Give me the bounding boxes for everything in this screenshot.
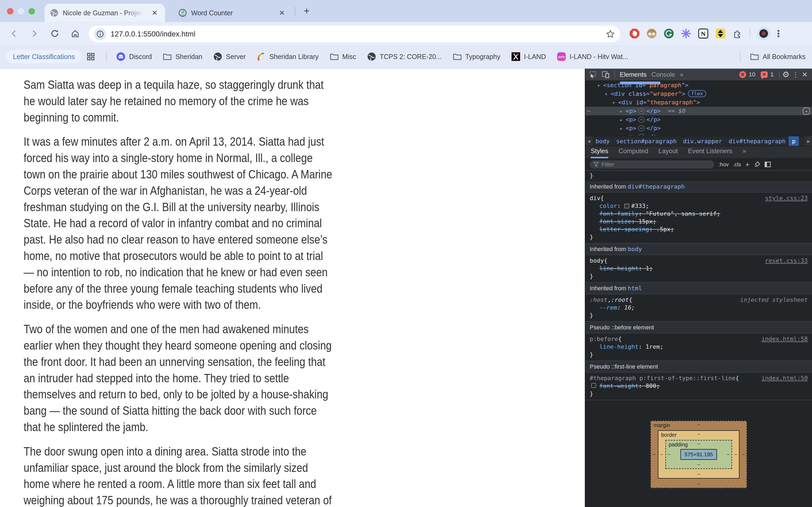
issue-count[interactable]: 1: [770, 71, 774, 78]
bookmark-star-icon[interactable]: [606, 30, 615, 39]
ai-assist-icon[interactable]: ✦: [803, 108, 810, 115]
rule-selector-line[interactable]: #theparagraph p:first-of-type::first-lin…: [590, 374, 808, 382]
devtools-menu-icon[interactable]: ⋮: [792, 71, 799, 78]
source-link[interactable]: index.html:50: [758, 374, 808, 382]
sidebar-tab-styles[interactable]: Styles: [591, 147, 608, 158]
breadcrumb-body[interactable]: body: [592, 138, 613, 145]
expand-arrow-closed[interactable]: ▸: [620, 116, 626, 124]
device-toolbar-icon[interactable]: [602, 70, 610, 78]
css-declaration[interactable]: line-height: 1rem;: [590, 343, 808, 351]
css-rule[interactable]: p:before {index.html:58line-height: 1rem…: [586, 333, 812, 361]
error-badge-icon[interactable]: ✕: [739, 71, 746, 78]
tab-close-icon[interactable]: ✕: [277, 8, 287, 18]
expand-arrow-closed[interactable]: ▸: [620, 124, 626, 133]
tab-close-icon[interactable]: ✕: [150, 8, 159, 18]
breadcrumb-p[interactable]: p: [789, 136, 799, 146]
rule-selector-line[interactable]: p:before {index.html:58: [590, 335, 808, 343]
new-style-rule-button[interactable]: +: [746, 160, 750, 169]
dom-tree-row[interactable]: ▸<p>⋯</p>: [586, 124, 812, 132]
bookmark-misc[interactable]: Misc: [330, 53, 356, 61]
dock-panel-icon[interactable]: [764, 161, 771, 168]
css-declaration[interactable]: font-family: "Futura", sans-serif;: [590, 210, 808, 218]
bookmark-letter-classifications[interactable]: Letter Classifications: [6, 50, 81, 63]
window-zoom-button[interactable]: [29, 8, 35, 14]
issues-icon[interactable]: ✕: [761, 71, 768, 78]
color-swatch[interactable]: [624, 204, 629, 209]
bookmark-sheridan-library[interactable]: Sheridan Library: [257, 52, 318, 61]
rule-selector-line[interactable]: :host, :root {injected stylesheet: [590, 296, 808, 304]
css-rule[interactable]: div {style.css:23color: #333;font-family…: [586, 192, 812, 243]
sidebar-tab-layout[interactable]: Layout: [658, 147, 678, 158]
expand-arrow-closed[interactable]: ▸: [620, 107, 626, 116]
avatar-glasses-icon[interactable]: [647, 29, 657, 39]
site-info-icon[interactable]: [94, 28, 106, 40]
bookmark-sheridan[interactable]: Sheridan: [163, 53, 202, 61]
toggle-cls[interactable]: .cls: [733, 162, 741, 168]
sidebar-tab-event-listeners[interactable]: Event Listeners: [688, 147, 732, 158]
window-minimize-button[interactable]: [18, 8, 24, 14]
chrome-menu-icon[interactable]: •••: [777, 30, 780, 38]
dom-tree-row[interactable]: ▾<div id="theparagraph">: [586, 98, 812, 107]
bookmark-tcps[interactable]: TCPS 2: CORE-20...: [367, 52, 442, 61]
source-link[interactable]: injected stylesheet: [737, 296, 808, 304]
extensions-puzzle-icon[interactable]: [732, 29, 743, 39]
css-rule[interactable]: #theparagraph p:first-of-type::first-lin…: [586, 373, 812, 400]
flex-badge[interactable]: flex: [688, 90, 706, 97]
asterisk-icon[interactable]: [681, 29, 691, 39]
box-model-border[interactable]: border − − − − padding − − − − 575×91.19…: [658, 430, 740, 478]
dom-tree-row[interactable]: ▸<p>⋯</p>: [586, 115, 812, 124]
breadcrumb-div-theparagraph[interactable]: div#theparagraph: [725, 138, 789, 145]
css-declaration[interactable]: color: #333;: [590, 202, 808, 210]
rule-selector-line[interactable]: div {style.css:23: [590, 194, 808, 202]
source-link[interactable]: reset.css:33: [762, 257, 808, 265]
css-declaration[interactable]: line-height: 1;: [590, 265, 808, 272]
new-tab-button[interactable]: +: [300, 4, 314, 18]
bookmark-iland[interactable]: I-LAND: [512, 52, 546, 61]
box-model-padding[interactable]: padding − − − − 575×91.195: [665, 440, 732, 469]
tab-active[interactable]: Nicole de Guzman - Project 1: ✕: [45, 4, 165, 22]
bookmark-hitv[interactable]: HiTVI-LAND - Hitv Wat...: [557, 52, 628, 61]
tab-word-counter[interactable]: Word Counter ✕: [173, 4, 292, 22]
back-icon[interactable]: [6, 26, 21, 41]
breadcrumb-section-paragraph[interactable]: section#paragraph: [613, 138, 680, 145]
inspect-element-icon[interactable]: [589, 70, 597, 78]
forward-icon[interactable]: [27, 26, 42, 41]
breadcrumb-div-wrapper[interactable]: div.wrapper: [680, 138, 725, 145]
window-close-button[interactable]: [7, 8, 13, 14]
expand-arrow-open[interactable]: ▾: [597, 81, 603, 90]
error-count[interactable]: 10: [749, 71, 755, 78]
expand-arrow-closed[interactable]: ▸: [620, 133, 626, 136]
css-declaration[interactable]: font-size: 15px;: [590, 218, 808, 225]
breadcrumb-right-arrow[interactable]: ▶: [805, 136, 812, 146]
profile-avatar[interactable]: [757, 27, 770, 40]
devtools-close-icon[interactable]: ✕: [802, 71, 808, 78]
more-panels-icon[interactable]: »: [680, 71, 683, 78]
source-link[interactable]: index.html:58: [758, 335, 808, 343]
reload-icon[interactable]: [47, 26, 62, 41]
css-declaration[interactable]: font-weight: 800;: [590, 382, 808, 390]
css-declaration[interactable]: letter-spacing: .5px;: [590, 225, 808, 233]
adblock-icon[interactable]: [629, 29, 640, 39]
dom-tree-row[interactable]: ▸<p>⋯</p>: [586, 132, 812, 136]
rendering-brush-icon[interactable]: [754, 161, 760, 168]
section-header-link[interactable]: html: [628, 285, 642, 292]
section-header-link[interactable]: div#theparagraph: [628, 183, 685, 190]
declaration-checkbox[interactable]: [591, 383, 596, 388]
dom-tree-row[interactable]: ▾<section id="paragraph">: [586, 81, 812, 90]
filter-input[interactable]: Filter: [590, 160, 714, 168]
css-declaration[interactable]: --rem: 16;: [590, 304, 808, 312]
expand-arrow-open[interactable]: ▾: [605, 90, 611, 99]
url-text[interactable]: 127.0.0.1:5500/index.html: [111, 30, 196, 38]
rule-selector-line[interactable]: body {reset.css:33: [590, 257, 808, 265]
css-rule[interactable]: :host, :root {injected stylesheet--rem: …: [586, 294, 812, 322]
box-model-margin[interactable]: margin − − − − border − − − − padding − …: [650, 420, 747, 488]
notion-icon[interactable]: N: [698, 29, 708, 39]
dom-tree-row[interactable]: ⋯▸<p>⋯</p> == $0✦: [586, 107, 812, 115]
box-model-content[interactable]: 575×91.195: [680, 449, 717, 460]
dom-tree-row[interactable]: ▾<div class="wrapper">flex: [586, 90, 812, 98]
sidebar-more-tabs-icon[interactable]: »: [743, 147, 746, 158]
expand-arrow-open[interactable]: ▾: [612, 99, 618, 107]
bookmark-server[interactable]: Server: [213, 52, 246, 61]
grammarly-icon[interactable]: [664, 29, 674, 39]
bookmark-typography[interactable]: Typography: [453, 53, 501, 61]
